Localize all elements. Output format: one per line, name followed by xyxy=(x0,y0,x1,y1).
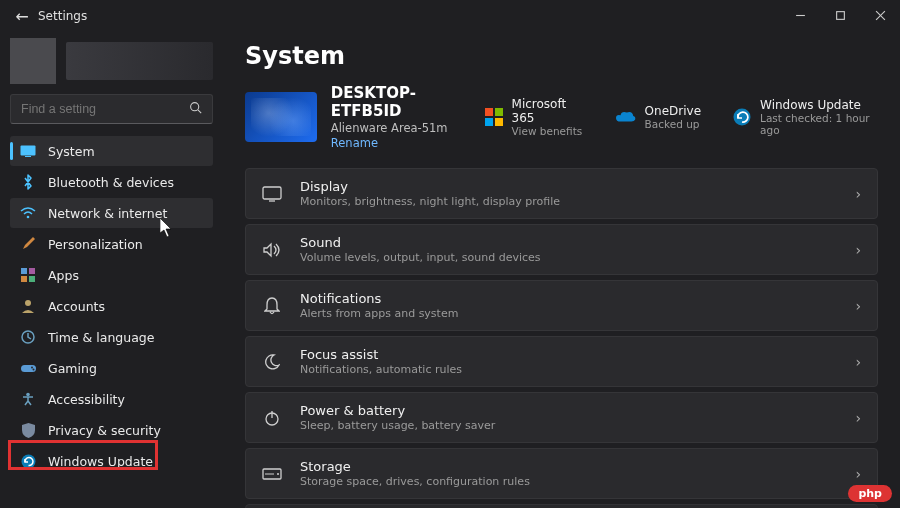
status-sub: View benefits xyxy=(512,125,584,137)
svg-point-16 xyxy=(31,367,33,369)
svg-point-17 xyxy=(32,369,34,371)
svg-rect-20 xyxy=(485,108,493,116)
window-title: Settings xyxy=(38,9,87,23)
svg-point-13 xyxy=(25,300,31,306)
status-title: Microsoft 365 xyxy=(512,97,584,125)
card-sub: Volume levels, output, input, sound devi… xyxy=(300,251,837,264)
svg-rect-12 xyxy=(29,276,35,282)
svg-rect-23 xyxy=(495,118,503,126)
status-sub: Backed up xyxy=(645,118,701,130)
chevron-right-icon: › xyxy=(855,354,861,370)
card-display[interactable]: Display Monitors, brightness, night ligh… xyxy=(245,168,878,219)
sidebar-item-label: Privacy & security xyxy=(48,423,161,438)
sidebar-item-network[interactable]: Network & internet xyxy=(10,198,213,228)
status-title: Windows Update xyxy=(760,98,878,112)
chevron-right-icon: › xyxy=(855,298,861,314)
bluetooth-icon xyxy=(20,174,36,190)
sidebar-item-gaming[interactable]: Gaming xyxy=(10,353,213,383)
sidebar-item-system[interactable]: System xyxy=(10,136,213,166)
svg-rect-11 xyxy=(21,276,27,282)
gaming-icon xyxy=(20,360,36,376)
card-sub: Monitors, brightness, night light, displ… xyxy=(300,195,837,208)
card-sub: Sleep, battery usage, battery saver xyxy=(300,419,837,432)
chevron-right-icon: › xyxy=(855,186,861,202)
svg-point-4 xyxy=(191,103,199,111)
search-box[interactable] xyxy=(10,94,213,124)
svg-rect-22 xyxy=(485,118,493,126)
user-block[interactable] xyxy=(10,36,213,86)
brush-icon xyxy=(20,236,36,252)
card-storage[interactable]: Storage Storage space, drives, configura… xyxy=(245,448,878,499)
sidebar-item-personalization[interactable]: Personalization xyxy=(10,229,213,259)
minimize-button[interactable] xyxy=(780,0,820,30)
sidebar-item-accessibility[interactable]: Accessibility xyxy=(10,384,213,414)
sidebar-nav: System Bluetooth & devices Network & int… xyxy=(10,136,213,476)
device-header: DESKTOP-ETFB5ID Alienware Area-51m Renam… xyxy=(245,84,878,150)
microsoft365-icon xyxy=(485,107,503,127)
status-onedrive[interactable]: OneDrive Backed up xyxy=(616,104,701,130)
page-title: System xyxy=(245,42,878,70)
sidebar-item-label: Apps xyxy=(48,268,79,283)
sidebar-item-apps[interactable]: Apps xyxy=(10,260,213,290)
chevron-right-icon: › xyxy=(855,410,861,426)
card-sub: Alerts from apps and system xyxy=(300,307,837,320)
back-button[interactable]: ← xyxy=(8,7,36,26)
sidebar-item-windows-update[interactable]: Windows Update xyxy=(10,446,213,476)
card-nearby-sharing[interactable]: Nearby sharing › xyxy=(245,504,878,508)
status-windows-update[interactable]: Windows Update Last checked: 1 hour ago xyxy=(733,98,878,136)
power-icon xyxy=(262,410,282,426)
onedrive-icon xyxy=(616,107,636,127)
close-button[interactable] xyxy=(860,0,900,30)
chevron-right-icon: › xyxy=(855,242,861,258)
display-icon xyxy=(20,143,36,159)
user-info-redacted xyxy=(66,42,213,80)
svg-point-30 xyxy=(277,473,279,475)
sidebar-item-accounts[interactable]: Accounts xyxy=(10,291,213,321)
update-icon xyxy=(20,453,36,469)
sidebar-item-label: Windows Update xyxy=(48,454,153,469)
sidebar-item-label: Gaming xyxy=(48,361,97,376)
card-title: Display xyxy=(300,179,837,194)
sidebar-item-label: Accessibility xyxy=(48,392,125,407)
shield-icon xyxy=(20,422,36,438)
device-model: Alienware Area-51m xyxy=(331,121,471,135)
svg-rect-25 xyxy=(263,187,281,199)
svg-rect-10 xyxy=(29,268,35,274)
card-title: Notifications xyxy=(300,291,837,306)
status-microsoft365[interactable]: Microsoft 365 View benefits xyxy=(485,97,584,137)
svg-rect-15 xyxy=(21,365,36,372)
card-focus-assist[interactable]: Focus assist Notifications, automatic ru… xyxy=(245,336,878,387)
moon-icon xyxy=(262,354,282,370)
clock-icon xyxy=(20,329,36,345)
sidebar-item-time[interactable]: Time & language xyxy=(10,322,213,352)
card-power[interactable]: Power & battery Sleep, battery usage, ba… xyxy=(245,392,878,443)
card-title: Power & battery xyxy=(300,403,837,418)
svg-rect-1 xyxy=(836,11,844,19)
wifi-icon xyxy=(20,205,36,221)
svg-rect-9 xyxy=(21,268,27,274)
search-input[interactable] xyxy=(21,102,181,116)
sidebar-item-label: Network & internet xyxy=(48,206,167,221)
card-notifications[interactable]: Notifications Alerts from apps and syste… xyxy=(245,280,878,331)
sidebar-item-label: Time & language xyxy=(48,330,154,345)
apps-icon xyxy=(20,267,36,283)
device-name: DESKTOP-ETFB5ID xyxy=(331,84,471,120)
svg-point-18 xyxy=(26,393,30,397)
bell-icon xyxy=(262,297,282,315)
status-sub: Last checked: 1 hour ago xyxy=(760,112,878,136)
maximize-button[interactable] xyxy=(820,0,860,30)
sidebar-item-label: System xyxy=(48,144,95,159)
card-title: Storage xyxy=(300,459,837,474)
sidebar-item-bluetooth[interactable]: Bluetooth & devices xyxy=(10,167,213,197)
storage-icon xyxy=(262,468,282,480)
rename-link[interactable]: Rename xyxy=(331,136,471,150)
sidebar-item-label: Bluetooth & devices xyxy=(48,175,174,190)
card-title: Focus assist xyxy=(300,347,837,362)
card-sub: Storage space, drives, configuration rul… xyxy=(300,475,837,488)
status-title: OneDrive xyxy=(645,104,701,118)
svg-rect-21 xyxy=(495,108,503,116)
svg-rect-7 xyxy=(25,156,31,157)
card-sound[interactable]: Sound Volume levels, output, input, soun… xyxy=(245,224,878,275)
card-title: Sound xyxy=(300,235,837,250)
sidebar-item-privacy[interactable]: Privacy & security xyxy=(10,415,213,445)
